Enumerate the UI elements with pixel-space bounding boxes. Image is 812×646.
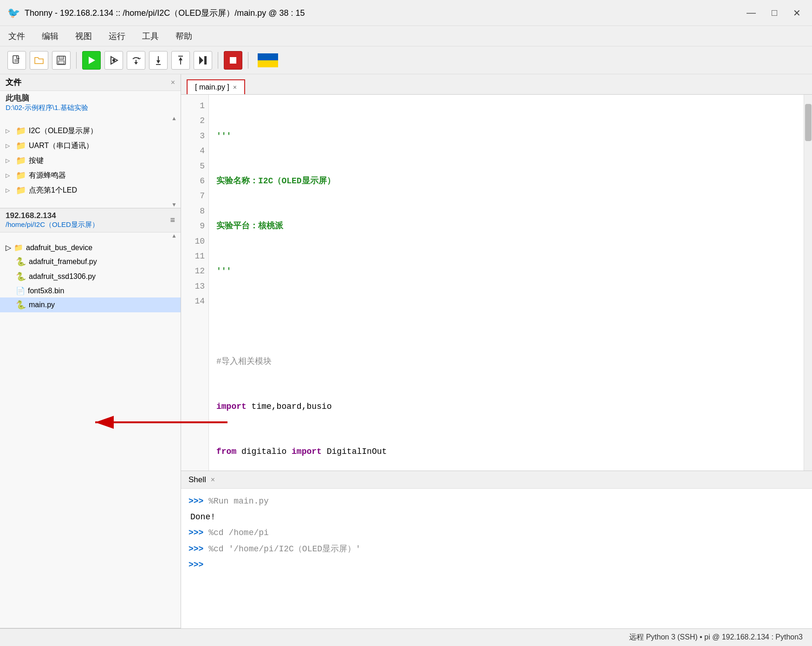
menu-item-编辑[interactable]: 编辑 <box>39 29 61 44</box>
remote-header: 192.168.2.134 /home/pi/I2C（OLED显示屏） ≡ <box>0 208 181 233</box>
separator-2 <box>218 52 218 69</box>
folder-icon: 📁 <box>16 126 26 136</box>
remote-item-adafruit-bus[interactable]: ▷ 📁 adafruit_bus_device <box>0 241 181 254</box>
maximize-button[interactable]: □ <box>768 6 781 20</box>
line-num: 1 <box>187 98 205 113</box>
item-label: adafruit_ssd1306.py <box>29 272 96 281</box>
prompt-1: >>> <box>188 497 208 506</box>
minimize-button[interactable]: — <box>743 6 760 20</box>
titlebar-title: Thonny - 192.168.2.134 :: /home/pi/I2C（O… <box>25 7 305 19</box>
expand-icon: ▷ <box>6 187 13 194</box>
shell-scrollbar[interactable] <box>804 471 812 628</box>
menu-item-帮助[interactable]: 帮助 <box>173 29 195 44</box>
separator-1 <box>76 52 77 69</box>
editor-scrollbar[interactable] <box>804 95 812 471</box>
item-label: adafruit_framebuf.py <box>29 258 97 266</box>
svg-marker-10 <box>134 62 138 65</box>
line-num: 4 <box>187 143 205 158</box>
scroll-up-local[interactable]: ▲ <box>0 115 181 123</box>
svg-rect-5 <box>58 61 64 64</box>
remote-ip: 192.168.2.134 /home/pi/I2C（OLED显示屏） <box>6 211 99 229</box>
remote-item-font5x8[interactable]: 📄 font5x8.bin <box>0 284 181 297</box>
local-item-uart[interactable]: ▷ 📁 UART（串口通讯） <box>0 138 181 153</box>
code-line-4: ''' <box>216 264 796 278</box>
output-1: Done! <box>188 512 215 522</box>
item-label: adafruit_bus_device <box>26 244 92 252</box>
svg-point-8 <box>112 59 115 62</box>
item-label: UART（串口通讯） <box>29 141 93 151</box>
folder-icon: 📁 <box>16 141 26 151</box>
shell-line-5: >>> <box>188 557 805 573</box>
item-label: font5x8.bin <box>28 287 64 295</box>
tab-close-button[interactable]: × <box>233 84 237 91</box>
py-file-icon: 🐍 <box>16 300 26 310</box>
menubar: 文件编辑视图运行工具帮助 <box>0 26 812 46</box>
local-item-led[interactable]: ▷ 📁 点亮第1个LED <box>0 183 181 198</box>
svg-rect-19 <box>230 57 236 64</box>
svg-marker-17 <box>199 56 203 65</box>
menu-item-视图[interactable]: 视图 <box>72 29 95 44</box>
code-line-2: 实验名称：I2C（OLED显示屏） <box>216 174 796 188</box>
menu-item-工具[interactable]: 工具 <box>139 29 162 44</box>
code-line-1: ''' <box>216 129 796 143</box>
line-num: 6 <box>187 174 205 188</box>
svg-rect-4 <box>59 56 64 59</box>
shell-content[interactable]: >>> %Run main.py Done! >>> %cd /home/pi … <box>181 489 812 628</box>
step-over-button[interactable] <box>127 51 145 70</box>
item-label: 有源蜂鸣器 <box>29 171 66 181</box>
close-button[interactable]: ✕ <box>789 6 805 20</box>
shell-line-4: >>> %cd '/home/pi/I2C（OLED显示屏）' <box>188 541 805 557</box>
shell-line-3: >>> %cd /home/pi <box>188 525 805 541</box>
line-num: 7 <box>187 188 205 203</box>
menu-item-运行[interactable]: 运行 <box>106 29 128 44</box>
remote-item-main[interactable]: 🐍 main.py <box>0 297 181 312</box>
open-button[interactable] <box>30 51 48 70</box>
files-breadcrumb: 此电脑 D:\02-示例程序\1.基础实验 <box>0 91 181 115</box>
statusbar: 远程 Python 3 (SSH) • pi @ 192.168.2.134 :… <box>0 628 812 646</box>
remote-item-ssd1306[interactable]: 🐍 adafruit_ssd1306.py <box>0 269 181 284</box>
prompt-4: >>> <box>188 560 203 569</box>
new-file-button[interactable] <box>7 51 26 70</box>
scroll-down-local[interactable]: ▼ <box>0 198 181 208</box>
code-editor[interactable]: ''' 实验名称：I2C（OLED显示屏） 实验平台：核桃派 ''' #导入相关… <box>209 95 804 471</box>
folder-icon: 📁 <box>16 185 26 195</box>
item-label: 按键 <box>29 156 44 166</box>
svg-rect-0 <box>13 56 19 63</box>
expand-icon: ▷ <box>6 128 13 134</box>
line-num: 5 <box>187 159 205 174</box>
cmd-1: %Run main.py <box>208 497 269 506</box>
local-item-key[interactable]: ▷ 📁 按键 <box>0 153 181 168</box>
run-button[interactable] <box>82 51 101 70</box>
local-item-buzzer[interactable]: ▷ 📁 有源蜂鸣器 <box>0 168 181 183</box>
shell-close[interactable]: × <box>211 476 215 484</box>
code-line-7: import time,board,busio <box>216 399 796 414</box>
files-title: 文件 <box>6 77 21 88</box>
resume-button[interactable] <box>194 51 212 70</box>
remote-item-framebuf[interactable]: 🐍 adafruit_framebuf.py <box>0 254 181 269</box>
py-file-icon: 🐍 <box>16 257 26 267</box>
stop-button[interactable] <box>224 51 242 70</box>
svg-marker-6 <box>89 57 95 64</box>
step-out-button[interactable] <box>171 51 190 70</box>
item-label: main.py <box>29 301 55 309</box>
code-line-6: #导入相关模块 <box>216 354 796 369</box>
remote-menu-icon[interactable]: ≡ <box>170 215 175 225</box>
local-item-i2c[interactable]: ▷ 📁 I2C（OLED显示屏） <box>0 123 181 138</box>
left-panel: 文件 × 此电脑 D:\02-示例程序\1.基础实验 ▲ ▷ 📁 <box>0 74 181 628</box>
code-line-8: from digitalio import DigitalInOut <box>216 444 796 459</box>
local-tree: ▷ 📁 I2C（OLED显示屏） ▷ 📁 UART（串口通讯） ▷ 📁 按键 <box>0 123 181 198</box>
menu-item-文件[interactable]: 文件 <box>6 29 28 44</box>
debug-button[interactable] <box>104 51 123 70</box>
step-into-button[interactable] <box>149 51 168 70</box>
tab-main-py[interactable]: [ main.py ] × <box>187 79 245 94</box>
svg-marker-12 <box>156 60 160 64</box>
save-button[interactable] <box>52 51 71 70</box>
tab-bar: [ main.py ] × <box>181 74 812 95</box>
item-label: 点亮第1个LED <box>29 186 77 195</box>
scroll-up-remote[interactable]: ▲ <box>0 233 181 241</box>
editor-area: 1 2 3 4 5 6 7 8 9 10 11 12 13 14 ''' <box>181 95 812 471</box>
files-close[interactable]: × <box>171 78 175 87</box>
cmd-2: %cd /home/pi <box>208 528 269 537</box>
expand-icon: ▷ <box>6 157 13 164</box>
line-num: 14 <box>187 294 205 309</box>
